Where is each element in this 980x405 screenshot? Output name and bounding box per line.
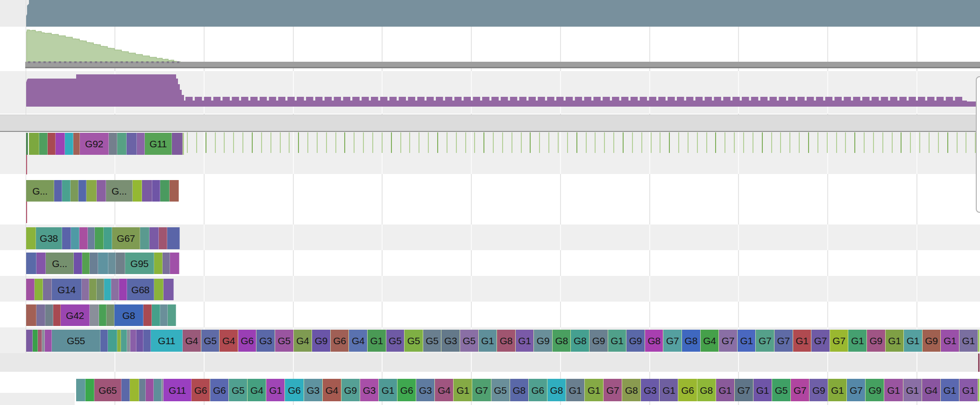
slice-segment[interactable]: G5 [405, 330, 423, 352]
slice-segment[interactable] [99, 304, 107, 326]
slice-segment[interactable] [116, 253, 125, 274]
slice-segment[interactable]: G4 [183, 330, 201, 352]
event-tick[interactable] [252, 132, 253, 153]
slice-segment[interactable] [90, 253, 98, 274]
slice-segment[interactable] [82, 253, 90, 274]
slice-segment[interactable]: G6 [398, 379, 416, 401]
slice-segment[interactable]: G95 [125, 253, 154, 274]
slice-segment[interactable]: G92 [80, 133, 109, 155]
slice-segment[interactable] [107, 304, 114, 326]
event-tick[interactable] [845, 132, 846, 153]
slice-segment[interactable]: G14 [52, 279, 82, 300]
event-tick[interactable] [595, 132, 596, 153]
slice-segment[interactable] [167, 227, 180, 249]
event-tick[interactable] [215, 132, 216, 153]
slice-segment[interactable]: G6 [210, 379, 229, 401]
slice-segment[interactable]: G3 [441, 330, 460, 352]
slice-segment[interactable]: G4 [294, 330, 312, 352]
slice-segment[interactable] [65, 133, 73, 155]
slice-segment[interactable] [133, 180, 142, 202]
event-tick[interactable] [447, 132, 447, 153]
event-tick[interactable] [938, 132, 939, 153]
slice-segment[interactable] [170, 180, 179, 202]
slice-segment[interactable] [183, 133, 184, 155]
slice-segment[interactable] [36, 304, 45, 326]
event-tick[interactable] [771, 132, 772, 153]
slice-segment[interactable]: G9 [589, 330, 608, 352]
slice-segment[interactable] [104, 227, 112, 249]
event-tick[interactable] [873, 132, 874, 153]
slice-segment[interactable] [79, 227, 88, 249]
slice-segment[interactable] [48, 133, 56, 155]
event-tick[interactable] [901, 132, 902, 153]
event-tick[interactable] [753, 132, 753, 153]
slice-segment[interactable] [136, 330, 143, 352]
slice-segment[interactable] [149, 227, 159, 249]
slice-segment[interactable]: G7 [472, 379, 491, 401]
event-tick[interactable] [576, 132, 577, 153]
slice-segment[interactable]: G1 [368, 330, 386, 352]
slice-segment[interactable]: G11 [163, 379, 192, 401]
slice-segment[interactable]: G11 [151, 330, 183, 352]
slice-segment[interactable]: G1 [903, 379, 922, 401]
event-tick[interactable] [836, 132, 837, 153]
event-tick[interactable] [493, 132, 494, 153]
slice-segment[interactable]: G1 [753, 379, 772, 401]
slice-segment[interactable] [154, 279, 163, 300]
slice-segment[interactable] [98, 253, 108, 274]
event-tick[interactable] [382, 132, 383, 153]
slice-segment[interactable]: G5 [201, 330, 220, 352]
slice-segment[interactable] [154, 253, 163, 274]
event-tick[interactable] [307, 132, 308, 153]
slice-segment[interactable] [163, 279, 174, 300]
slice-segment[interactable]: G1 [608, 330, 627, 352]
slice-segment[interactable] [121, 379, 130, 401]
slice-segment[interactable]: G1 [848, 330, 867, 352]
slice-segment[interactable] [160, 304, 168, 326]
slice-segment[interactable]: G1 [516, 330, 534, 352]
memory-overview-area[interactable] [27, 30, 180, 62]
slice-segment[interactable]: G6 [331, 330, 349, 352]
slice-segment[interactable]: G1 [660, 379, 678, 401]
slice-segment[interactable] [36, 253, 46, 274]
event-tick[interactable] [428, 132, 429, 153]
slice-segment[interactable]: G7 [791, 379, 810, 401]
slice-segment[interactable] [53, 304, 61, 326]
slice-segment[interactable]: G1 [793, 330, 812, 352]
event-tick[interactable] [233, 132, 234, 153]
event-tick[interactable] [539, 132, 540, 153]
slice-segment[interactable]: G1 [738, 330, 756, 352]
event-tick[interactable] [641, 132, 642, 153]
slice-segment[interactable] [121, 330, 127, 352]
slice-segment[interactable]: G1 [585, 379, 604, 401]
event-tick[interactable] [827, 132, 828, 153]
event-tick[interactable] [391, 132, 392, 153]
slice-segment[interactable] [86, 180, 97, 202]
slice-segment[interactable]: G1 [941, 379, 959, 401]
event-tick[interactable] [317, 132, 318, 153]
slice-segment[interactable]: G3 [304, 379, 323, 401]
thread-activity-histogram[interactable] [26, 74, 980, 107]
slice-segment[interactable]: G1 [886, 330, 904, 352]
slice-segment[interactable]: G1 [941, 330, 959, 352]
event-tick[interactable] [892, 132, 893, 153]
event-tick[interactable] [623, 132, 624, 153]
slice-segment[interactable] [56, 133, 65, 155]
slice-segment[interactable]: G9 [923, 330, 941, 352]
slice-segment[interactable] [104, 279, 111, 300]
slice-segment[interactable]: G9 [312, 330, 331, 352]
slice-segment[interactable] [73, 133, 80, 155]
slice-segment[interactable]: G7 [830, 330, 849, 352]
event-tick[interactable] [483, 132, 484, 153]
event-tick[interactable] [437, 132, 438, 153]
slice-segment[interactable] [45, 330, 52, 352]
slice-segment[interactable] [62, 227, 71, 249]
slice-segment[interactable]: G1 [566, 379, 585, 401]
event-tick[interactable] [660, 132, 660, 153]
slice-segment[interactable]: G3 [360, 379, 379, 401]
event-tick[interactable] [261, 132, 262, 153]
slice-segment[interactable] [26, 330, 33, 352]
event-tick[interactable] [372, 132, 373, 153]
slice-segment[interactable]: G1 [479, 330, 497, 352]
vertical-scrollbar[interactable] [976, 76, 980, 213]
